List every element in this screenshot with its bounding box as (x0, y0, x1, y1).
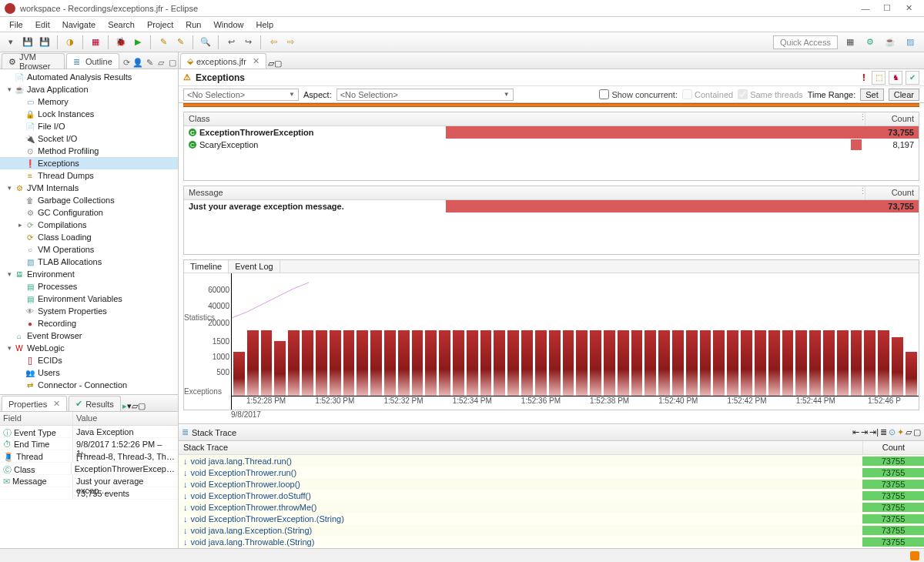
save-button[interactable]: 💾 (20, 35, 35, 50)
props-row[interactable]: ⏱End Time9/8/2017 1:52:26 PM – 1:… (0, 438, 178, 450)
menu-file[interactable]: File (3, 18, 29, 31)
stack-row[interactable]: ↓void ExceptionThrower.loop()73755 (179, 478, 924, 490)
view-menu-button[interactable]: 👤 (132, 56, 143, 69)
tab-timeline[interactable]: Timeline (184, 260, 229, 273)
stack-button[interactable]: ≣ (880, 427, 887, 437)
tree-item[interactable]: ▸👁System Properties (0, 305, 178, 317)
debug-button[interactable]: 🐞 (113, 35, 129, 50)
same-threads-checkbox[interactable]: Same threads (738, 89, 802, 99)
timeline-chart[interactable]: Timeline Event Log Statistics Exceptions… (183, 259, 919, 410)
tree-item[interactable]: ▸🗑Garbage Collections (0, 194, 178, 206)
tab-exceptions-jfr[interactable]: ⬙ exceptions.jfr ✕ (180, 53, 266, 69)
stack-button[interactable]: ⊙ (889, 427, 896, 437)
tree-item[interactable]: ▸○VM Operations (0, 243, 178, 256)
filter-select[interactable]: <No Selection>▼ (183, 89, 299, 101)
tree-item[interactable]: ▸👥Users (0, 366, 178, 379)
search-button[interactable]: 🔍 (198, 35, 213, 50)
props-row[interactable]: ✉MessageJust your average excep… (0, 475, 178, 487)
stack-button[interactable]: ✦ (897, 427, 904, 437)
tree-item[interactable]: ▸📄Automated Analysis Results (0, 71, 178, 83)
toolbar-button[interactable]: ▦ (88, 35, 103, 50)
header-button[interactable]: ⬚ (872, 71, 886, 85)
menu-search[interactable]: Search (102, 18, 141, 31)
table-row[interactable]: CScaryException8,197 (184, 139, 919, 151)
perspective-button[interactable]: ☕ (882, 35, 898, 50)
menu-window[interactable]: Window (207, 18, 249, 31)
maximize-view-button[interactable]: ▢ (167, 56, 177, 69)
menu-edit[interactable]: Edit (29, 18, 56, 31)
toolbar-button[interactable]: ✎ (156, 35, 171, 50)
tree-item[interactable]: ▸●Recording (0, 317, 178, 330)
forward-button[interactable]: ⇨ (283, 35, 298, 50)
tree-item[interactable]: ▸[]ECIDs (0, 354, 178, 366)
toolbar-button[interactable]: ◑ (62, 35, 78, 50)
tree-item[interactable]: ▸≡Thread Dumps (0, 169, 178, 182)
stack-row[interactable]: ↓void ExceptionThrower.run()73755 (179, 467, 924, 478)
close-button[interactable]: ✕ (898, 3, 919, 13)
table-row[interactable]: Just your average exception message.73,7… (184, 200, 919, 212)
tab-event-log[interactable]: Event Log (229, 260, 280, 273)
outline-tree[interactable]: ▸📄Automated Analysis Results▾☕Java Appli… (0, 69, 178, 394)
header-button[interactable]: ✔ (906, 71, 919, 85)
stack-button[interactable]: ⇥ (861, 427, 868, 437)
maximize-button[interactable]: ☐ (876, 3, 898, 13)
stack-row[interactable]: ↓void ExceptionThrowerException.(String)… (179, 513, 924, 524)
view-menu-button[interactable]: ⟳ (122, 56, 132, 69)
run-button[interactable]: ▶ (130, 35, 146, 50)
tree-item[interactable]: ▾WWebLogic (0, 342, 178, 354)
stack-button[interactable]: ⇥| (869, 427, 879, 437)
twisty-icon[interactable]: ▾ (5, 270, 14, 278)
perspective-button[interactable]: ▦ (842, 35, 858, 50)
contained-checkbox[interactable]: Contained (682, 89, 733, 99)
tab-properties[interactable]: Properties ✕ (2, 396, 67, 411)
tree-item[interactable]: ▸▧TLAB Allocations (0, 256, 178, 268)
props-row[interactable]: 🧵Thread[Thread-8, Thread-3, Th… (0, 450, 178, 463)
tab-jvm-browser[interactable]: ⚙ JVM Browser (2, 53, 65, 69)
minimize-button[interactable]: ― (855, 4, 876, 13)
column-grip-icon[interactable]: ⋮ (859, 112, 865, 125)
tree-item[interactable]: ▸🔌Socket I/O (0, 132, 178, 145)
twisty-icon[interactable]: ▾ (5, 184, 14, 192)
twisty-icon[interactable]: ▸ (15, 221, 25, 229)
view-menu-button[interactable]: ✎ (145, 56, 155, 69)
menu-run[interactable]: Run (179, 18, 207, 31)
props-row[interactable]: 73,755 events (0, 487, 178, 500)
minimize-view-button[interactable]: ▱ (132, 401, 138, 411)
back-button[interactable]: ⇦ (266, 35, 281, 50)
maximize-editor-button[interactable]: ▢ (274, 59, 282, 69)
toolbar-button[interactable]: ↪ (240, 35, 256, 50)
minimize-view-button[interactable]: ▱ (906, 427, 912, 437)
stack-row[interactable]: ↓void java.lang.Throwable.(String)73755 (179, 536, 924, 547)
minimize-view-button[interactable]: ▱ (156, 56, 166, 69)
tree-item[interactable]: ▸🔒Lock Instances (0, 108, 178, 120)
save-all-button[interactable]: 💾 (37, 35, 52, 50)
props-row[interactable]: ⒸClassExceptionThrowerExcep… (0, 463, 178, 475)
header-button[interactable]: ♞ (889, 71, 902, 85)
tree-item[interactable]: ▸⟳Compilations (0, 219, 178, 231)
toolbar-button[interactable]: ↩ (223, 35, 239, 50)
props-row[interactable]: ⓘEvent TypeJava Exception (0, 426, 178, 438)
tree-item[interactable]: ▾☕Java Application (0, 83, 178, 95)
tree-item[interactable]: ▸📄File I/O (0, 120, 178, 132)
tab-outline[interactable]: ≣ Outline (66, 53, 119, 69)
table-row[interactable]: CExceptionThrowerException73,755 (184, 126, 919, 139)
quick-access[interactable]: Quick Access (773, 35, 838, 49)
tree-item[interactable]: ▸⌂Event Browser (0, 330, 178, 342)
tab-results[interactable]: ✔ Results (69, 396, 121, 411)
tree-item[interactable]: ▸▭Memory (0, 95, 178, 108)
stack-row[interactable]: ↓void ExceptionThrower.throwMe()73755 (179, 501, 924, 513)
twisty-icon[interactable]: ▾ (5, 344, 14, 352)
menu-help[interactable]: Help (250, 18, 280, 31)
stack-row[interactable]: ↓void java.lang.Thread.run()73755 (179, 455, 924, 467)
minimize-editor-button[interactable]: ▱ (268, 59, 274, 69)
tree-item[interactable]: ▸⟳Class Loading (0, 231, 178, 243)
tree-item[interactable]: ▸❗Exceptions (0, 157, 178, 169)
perspective-button[interactable]: ⚙ (862, 35, 878, 50)
set-button[interactable]: Set (860, 89, 884, 101)
class-table[interactable]: Class ⋮ Count CExceptionThrowerException… (183, 112, 919, 181)
rss-icon[interactable] (910, 551, 919, 560)
column-grip-icon[interactable]: ⋮ (859, 186, 865, 199)
menu-project[interactable]: Project (141, 18, 179, 31)
tree-item[interactable]: ▸⊙Method Profiling (0, 145, 178, 157)
close-icon[interactable]: ✕ (53, 399, 60, 409)
